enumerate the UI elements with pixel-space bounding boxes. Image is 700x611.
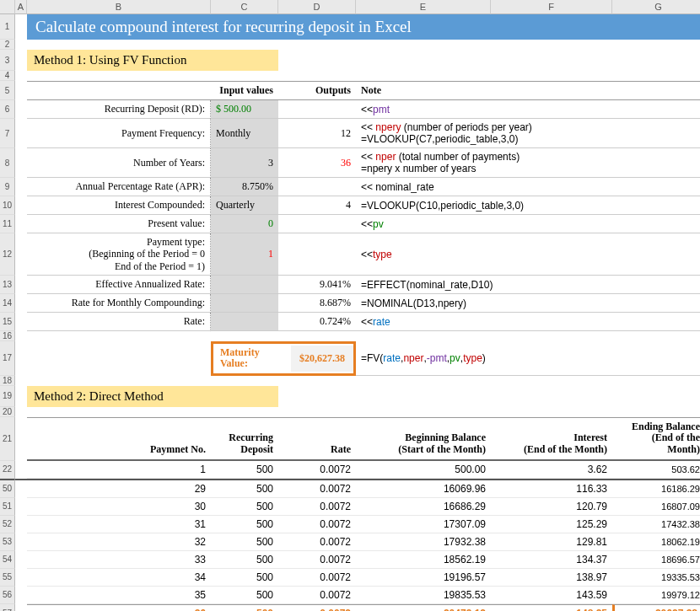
table-row[interactable]: 500 [211,533,278,551]
cell[interactable] [15,148,27,178]
header-note[interactable]: Note [356,81,700,100]
table-row[interactable]: 125.29 [491,516,612,533]
final-ending-balance[interactable]: 20627.38 [612,604,700,611]
cell[interactable] [15,14,27,40]
label-pv[interactable]: Present value: [27,215,211,233]
table-row[interactable]: 29 [27,479,211,498]
cell[interactable] [15,417,27,461]
cell[interactable] [15,40,27,50]
output-mrate[interactable]: 8.687% [278,294,356,313]
cell[interactable] [211,276,278,294]
cell[interactable] [15,71,27,81]
maturity-value[interactable]: $20,627.38 [291,346,353,372]
table-row[interactable]: 0.0072 [278,533,356,551]
cell[interactable] [15,341,27,375]
row-header[interactable]: 6 [0,100,15,119]
cell[interactable] [278,386,356,407]
label-years[interactable]: Number of Years: [27,148,211,178]
cell[interactable] [15,407,27,417]
cell[interactable] [15,313,27,331]
cell[interactable] [27,71,700,81]
cell[interactable] [15,119,27,148]
label-frequency[interactable]: Payment Frequency: [27,119,211,148]
table-row[interactable]: 120.79 [491,498,612,516]
th-rate[interactable]: Rate [278,417,356,461]
table-row[interactable]: 500 [211,498,278,516]
cell[interactable] [15,50,27,71]
th-interest[interactable]: Interest (End of the Month) [491,417,612,461]
cell[interactable] [15,331,27,341]
row-header[interactable]: 17 [0,341,15,375]
table-row[interactable]: 129.81 [491,533,612,551]
table-row[interactable]: 0.0072 [278,461,356,479]
table-row[interactable]: 19335.53 [612,569,700,587]
table-row[interactable]: 17932.38 [356,533,491,551]
note-frequency[interactable]: << npery (number of periods per year) =V… [356,119,700,148]
row-header[interactable]: 55 [0,569,15,587]
cell[interactable] [15,479,27,498]
table-row[interactable]: 138.97 [491,569,612,587]
table-row[interactable]: 0.0072 [278,498,356,516]
col-header-F[interactable]: F [491,0,612,14]
col-header-C[interactable]: C [211,0,278,14]
row-header[interactable]: 5 [0,81,15,100]
col-header-B[interactable]: B [27,0,211,14]
th-rd[interactable]: Recurring Deposit [211,417,278,461]
label-ear[interactable]: Effective Annualized Rate: [27,276,211,294]
table-row[interactable]: 34 [27,569,211,587]
th-payno[interactable]: Paymnet No. [27,417,211,461]
table-row[interactable]: 18062.19 [612,533,700,551]
table-row[interactable]: 32 [27,533,211,551]
row-header[interactable]: 7 [0,119,15,148]
cell[interactable] [15,533,27,551]
fv-formula[interactable]: =FV(rate,nper,-pmt,pv,type) [356,341,700,375]
output-ear[interactable]: 9.041% [278,276,356,294]
input-apr[interactable]: 8.750% [211,178,278,196]
table-row-final[interactable]: 148.25 [491,604,612,611]
cell[interactable] [15,81,27,100]
cell[interactable] [15,516,27,533]
cell[interactable] [27,376,700,386]
row-header[interactable]: 50 [0,479,15,498]
cell[interactable] [15,100,27,119]
table-row[interactable]: 116.33 [491,479,612,498]
input-payment-type[interactable]: 1 [211,233,278,276]
row-header[interactable]: 13 [0,276,15,294]
row-header[interactable]: 8 [0,148,15,178]
table-row[interactable]: 16069.96 [356,479,491,498]
row-header[interactable]: 16 [0,331,15,341]
cell[interactable] [27,81,211,100]
th-begin[interactable]: Beginning Balance (Start of the Month) [356,417,491,461]
cell[interactable] [278,233,356,276]
label-mrate[interactable]: Rate for Monthly Compounding: [27,294,211,313]
input-compounded[interactable]: Quarterly [211,196,278,215]
table-row[interactable]: 18562.19 [356,551,491,569]
table-row[interactable]: 0.0072 [278,551,356,569]
table-row[interactable]: 0.0072 [278,569,356,587]
input-frequency[interactable]: Monthly [211,119,278,148]
cell[interactable] [15,587,27,604]
input-rd[interactable]: $ 500.00 [211,100,278,119]
row-header[interactable]: 52 [0,516,15,533]
table-row[interactable]: 17432.38 [612,516,700,533]
note-apr[interactable]: << nominal_rate [356,178,700,196]
input-years[interactable]: 3 [211,148,278,178]
table-row[interactable]: 500 [211,479,278,498]
row-header[interactable]: 12 [0,233,15,276]
page-title[interactable]: Calculate compound interest for recurrin… [27,14,700,40]
table-row[interactable]: 19196.57 [356,569,491,587]
label-rate[interactable]: Rate: [27,313,211,331]
label-compounded[interactable]: Interest Compounded: [27,196,211,215]
cell[interactable] [211,313,278,331]
cell[interactable] [15,461,27,479]
method1-header[interactable]: Method 1: Using FV Function [27,50,278,71]
row-header[interactable]: 53 [0,533,15,551]
cell[interactable] [278,50,356,71]
header-outputs[interactable]: Outputs [278,81,356,100]
table-row-final[interactable]: 36 [27,604,211,611]
col-header-G[interactable]: G [612,0,700,14]
cell[interactable] [27,40,700,50]
note-mrate[interactable]: =NOMINAL(D13,npery) [356,294,700,313]
table-row[interactable]: 17307.09 [356,516,491,533]
cell[interactable] [15,604,27,611]
